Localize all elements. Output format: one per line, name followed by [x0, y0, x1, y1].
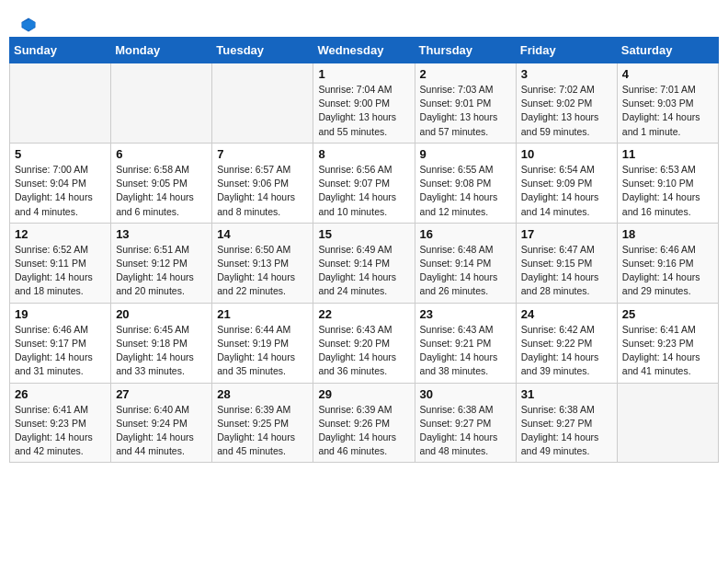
day-info: Sunrise: 6:51 AMSunset: 9:12 PMDaylight:…	[116, 243, 207, 299]
calendar-cell: 14Sunrise: 6:50 AMSunset: 9:13 PMDayligh…	[212, 223, 313, 303]
calendar-cell: 13Sunrise: 6:51 AMSunset: 9:12 PMDayligh…	[111, 223, 212, 303]
day-info: Sunrise: 6:38 AMSunset: 9:27 PMDaylight:…	[521, 403, 612, 459]
day-info: Sunrise: 6:41 AMSunset: 9:23 PMDaylight:…	[622, 323, 713, 379]
day-number: 27	[116, 387, 207, 401]
day-number: 3	[521, 67, 612, 81]
day-number: 25	[622, 307, 713, 321]
day-number: 6	[116, 147, 207, 161]
day-number: 19	[15, 307, 106, 321]
calendar-cell	[10, 63, 111, 144]
day-info: Sunrise: 7:02 AMSunset: 9:02 PMDaylight:…	[521, 83, 612, 139]
calendar-cell: 9Sunrise: 6:55 AMSunset: 9:08 PMDaylight…	[415, 143, 516, 223]
calendar-cell: 2Sunrise: 7:03 AMSunset: 9:01 PMDaylight…	[415, 63, 516, 144]
day-number: 11	[622, 147, 713, 161]
day-number: 29	[318, 387, 409, 401]
day-info: Sunrise: 6:38 AMSunset: 9:27 PMDaylight:…	[420, 403, 511, 459]
day-number: 22	[318, 307, 409, 321]
calendar-cell: 30Sunrise: 6:38 AMSunset: 9:27 PMDayligh…	[415, 383, 516, 463]
day-number: 2	[420, 67, 511, 81]
calendar-week-row: 5Sunrise: 7:00 AMSunset: 9:04 PMDaylight…	[10, 143, 719, 223]
day-of-week-header: Monday	[111, 38, 212, 63]
day-number: 18	[622, 227, 713, 241]
day-info: Sunrise: 6:39 AMSunset: 9:26 PMDaylight:…	[318, 403, 409, 459]
day-info: Sunrise: 6:55 AMSunset: 9:08 PMDaylight:…	[420, 163, 511, 219]
calendar-header: SundayMondayTuesdayWednesdayThursdayFrid…	[10, 38, 719, 63]
calendar-cell: 8Sunrise: 6:56 AMSunset: 9:07 PMDaylight…	[313, 143, 415, 223]
day-info: Sunrise: 6:48 AMSunset: 9:14 PMDaylight:…	[420, 243, 511, 299]
calendar-cell: 20Sunrise: 6:45 AMSunset: 9:18 PMDayligh…	[111, 303, 212, 383]
day-number: 16	[420, 227, 511, 241]
day-info: Sunrise: 7:01 AMSunset: 9:03 PMDaylight:…	[622, 83, 713, 139]
calendar-cell: 23Sunrise: 6:43 AMSunset: 9:21 PMDayligh…	[415, 303, 516, 383]
day-number: 14	[217, 227, 308, 241]
day-number: 1	[318, 67, 409, 81]
day-number: 23	[420, 307, 511, 321]
calendar-cell: 24Sunrise: 6:42 AMSunset: 9:22 PMDayligh…	[516, 303, 617, 383]
day-number: 20	[116, 307, 207, 321]
calendar-cell: 21Sunrise: 6:44 AMSunset: 9:19 PMDayligh…	[212, 303, 313, 383]
day-of-week-header: Tuesday	[212, 38, 313, 63]
calendar-cell	[111, 63, 212, 144]
calendar-week-row: 1Sunrise: 7:04 AMSunset: 9:00 PMDaylight…	[10, 63, 719, 144]
day-of-week-header: Saturday	[617, 38, 718, 63]
day-info: Sunrise: 6:41 AMSunset: 9:23 PMDaylight:…	[15, 403, 106, 459]
day-number: 4	[622, 67, 713, 81]
calendar-week-row: 19Sunrise: 6:46 AMSunset: 9:17 PMDayligh…	[10, 303, 719, 383]
calendar-cell: 6Sunrise: 6:58 AMSunset: 9:05 PMDaylight…	[111, 143, 212, 223]
day-info: Sunrise: 6:43 AMSunset: 9:21 PMDaylight:…	[420, 323, 511, 379]
calendar-cell: 28Sunrise: 6:39 AMSunset: 9:25 PMDayligh…	[212, 383, 313, 463]
calendar-cell	[212, 63, 313, 144]
day-of-week-header: Wednesday	[313, 38, 415, 63]
day-number: 24	[521, 307, 612, 321]
calendar-cell: 5Sunrise: 7:00 AMSunset: 9:04 PMDaylight…	[10, 143, 111, 223]
calendar-cell: 26Sunrise: 6:41 AMSunset: 9:23 PMDayligh…	[10, 383, 111, 463]
day-number: 26	[15, 387, 106, 401]
day-number: 15	[318, 227, 409, 241]
day-info: Sunrise: 6:46 AMSunset: 9:16 PMDaylight:…	[622, 243, 713, 299]
day-info: Sunrise: 6:50 AMSunset: 9:13 PMDaylight:…	[217, 243, 308, 299]
day-number: 31	[521, 387, 612, 401]
day-info: Sunrise: 6:56 AMSunset: 9:07 PMDaylight:…	[318, 163, 409, 219]
calendar-table: SundayMondayTuesdayWednesdayThursdayFrid…	[9, 37, 719, 463]
calendar-cell	[617, 383, 718, 463]
calendar-cell: 16Sunrise: 6:48 AMSunset: 9:14 PMDayligh…	[415, 223, 516, 303]
calendar-cell: 31Sunrise: 6:38 AMSunset: 9:27 PMDayligh…	[516, 383, 617, 463]
day-info: Sunrise: 6:39 AMSunset: 9:25 PMDaylight:…	[217, 403, 308, 459]
calendar-cell: 22Sunrise: 6:43 AMSunset: 9:20 PMDayligh…	[313, 303, 415, 383]
day-info: Sunrise: 6:47 AMSunset: 9:15 PMDaylight:…	[521, 243, 612, 299]
day-number: 28	[217, 387, 308, 401]
page-header	[9, 9, 719, 37]
day-info: Sunrise: 6:53 AMSunset: 9:10 PMDaylight:…	[622, 163, 713, 219]
day-info: Sunrise: 6:43 AMSunset: 9:20 PMDaylight:…	[318, 323, 409, 379]
day-number: 7	[217, 147, 308, 161]
day-number: 8	[318, 147, 409, 161]
calendar-cell: 29Sunrise: 6:39 AMSunset: 9:26 PMDayligh…	[313, 383, 415, 463]
day-info: Sunrise: 6:54 AMSunset: 9:09 PMDaylight:…	[521, 163, 612, 219]
day-info: Sunrise: 6:49 AMSunset: 9:14 PMDaylight:…	[318, 243, 409, 299]
day-info: Sunrise: 6:44 AMSunset: 9:19 PMDaylight:…	[217, 323, 308, 379]
day-info: Sunrise: 6:40 AMSunset: 9:24 PMDaylight:…	[116, 403, 207, 459]
days-of-week-row: SundayMondayTuesdayWednesdayThursdayFrid…	[10, 38, 719, 63]
calendar-cell: 25Sunrise: 6:41 AMSunset: 9:23 PMDayligh…	[617, 303, 718, 383]
calendar-cell: 12Sunrise: 6:52 AMSunset: 9:11 PMDayligh…	[10, 223, 111, 303]
day-of-week-header: Friday	[516, 38, 617, 63]
day-info: Sunrise: 7:00 AMSunset: 9:04 PMDaylight:…	[15, 163, 106, 219]
day-number: 30	[420, 387, 511, 401]
day-info: Sunrise: 6:45 AMSunset: 9:18 PMDaylight:…	[116, 323, 207, 379]
calendar-cell: 4Sunrise: 7:01 AMSunset: 9:03 PMDaylight…	[617, 63, 718, 144]
day-info: Sunrise: 6:46 AMSunset: 9:17 PMDaylight:…	[15, 323, 106, 379]
calendar-cell: 19Sunrise: 6:46 AMSunset: 9:17 PMDayligh…	[10, 303, 111, 383]
day-info: Sunrise: 6:52 AMSunset: 9:11 PMDaylight:…	[15, 243, 106, 299]
calendar-body: 1Sunrise: 7:04 AMSunset: 9:00 PMDaylight…	[10, 63, 719, 463]
logo-icon	[20, 17, 37, 33]
day-info: Sunrise: 7:03 AMSunset: 9:01 PMDaylight:…	[420, 83, 511, 139]
day-info: Sunrise: 7:04 AMSunset: 9:00 PMDaylight:…	[318, 83, 409, 139]
day-info: Sunrise: 6:57 AMSunset: 9:06 PMDaylight:…	[217, 163, 308, 219]
day-number: 9	[420, 147, 511, 161]
day-info: Sunrise: 6:42 AMSunset: 9:22 PMDaylight:…	[521, 323, 612, 379]
calendar-cell: 27Sunrise: 6:40 AMSunset: 9:24 PMDayligh…	[111, 383, 212, 463]
calendar-cell: 11Sunrise: 6:53 AMSunset: 9:10 PMDayligh…	[617, 143, 718, 223]
day-number: 13	[116, 227, 207, 241]
calendar-cell: 15Sunrise: 6:49 AMSunset: 9:14 PMDayligh…	[313, 223, 415, 303]
day-of-week-header: Sunday	[10, 38, 111, 63]
